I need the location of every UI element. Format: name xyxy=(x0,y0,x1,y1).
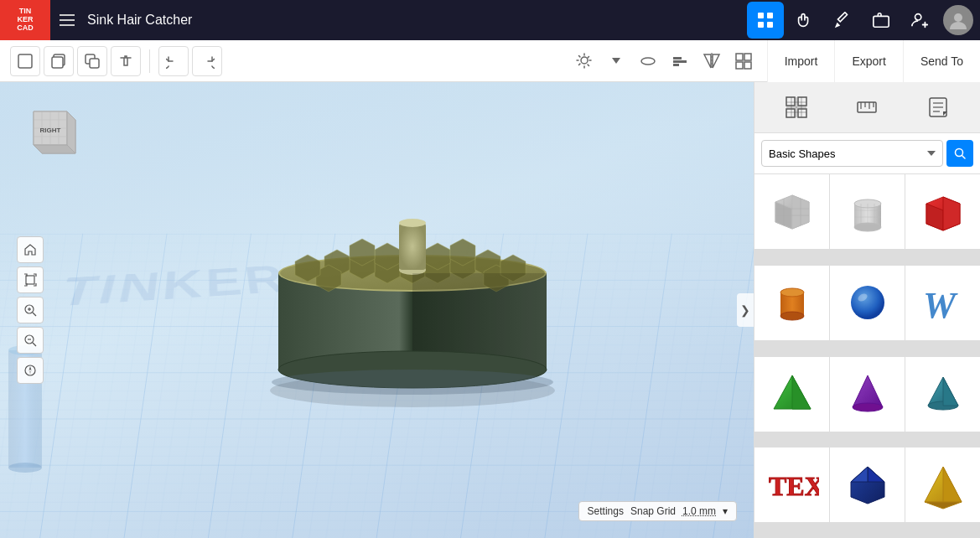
svg-rect-18 xyxy=(673,57,682,59)
svg-rect-1 xyxy=(60,19,75,21)
left-controls xyxy=(17,236,44,384)
shape-yellow-pyramid[interactable] xyxy=(905,447,980,522)
shape-red-box[interactable] xyxy=(905,174,980,249)
zoom-in-btn[interactable] xyxy=(17,297,44,323)
shape-outline-btn[interactable] xyxy=(635,48,661,75)
toolbar-divider-1 xyxy=(149,49,150,73)
hand-tool-btn[interactable] xyxy=(786,2,822,39)
svg-rect-19 xyxy=(673,60,687,63)
svg-rect-2 xyxy=(60,24,75,26)
undo-btn[interactable] xyxy=(158,46,189,76)
align-btn[interactable] xyxy=(666,48,693,75)
project-title: Sink Hair Catcher xyxy=(84,13,747,28)
add-user-btn[interactable] xyxy=(901,2,938,39)
svg-rect-4 xyxy=(767,13,773,18)
avatar[interactable] xyxy=(943,5,973,35)
svg-rect-83 xyxy=(786,97,795,106)
svg-text:W: W xyxy=(923,285,958,326)
svg-rect-24 xyxy=(736,54,743,60)
compass-btn[interactable] xyxy=(17,357,44,384)
search-btn[interactable] xyxy=(946,140,973,167)
toolbar2-right xyxy=(561,48,767,75)
topbar: TIN KER CAD Sink Hair Catcher xyxy=(0,0,980,40)
send-to-btn[interactable]: Send To xyxy=(903,40,980,82)
svg-rect-15 xyxy=(90,59,99,68)
svg-rect-72 xyxy=(26,276,34,284)
shape-purple-cone[interactable] xyxy=(830,357,905,432)
grid-panel-tab[interactable] xyxy=(778,89,815,126)
shape-blue-squiggle[interactable]: W xyxy=(905,266,980,340)
svg-marker-141 xyxy=(943,467,962,502)
topbar-right xyxy=(747,2,980,39)
export-btn[interactable]: Export xyxy=(834,40,902,82)
home-btn[interactable] xyxy=(17,236,44,263)
svg-rect-5 xyxy=(758,22,764,28)
grid-background xyxy=(0,82,754,538)
ruler-panel-tab[interactable] xyxy=(848,89,885,126)
settings-label[interactable]: Settings xyxy=(588,505,624,517)
mirror-btn[interactable] xyxy=(698,48,725,75)
shape-category-select[interactable]: Basic Shapes Text & Numbers Connectors F… xyxy=(761,140,943,167)
shape-green-pyramid[interactable] xyxy=(754,357,829,432)
svg-rect-86 xyxy=(798,109,806,117)
panel-toggle-btn[interactable]: ❯ xyxy=(737,293,754,327)
svg-marker-22 xyxy=(713,54,719,68)
svg-point-8 xyxy=(915,14,921,20)
viewport[interactable]: TINKERCAD xyxy=(0,82,754,538)
snap-value[interactable]: 1.0 mm xyxy=(682,505,716,517)
shape-text-3d[interactable]: TEXT xyxy=(754,447,829,522)
redo-btn[interactable] xyxy=(192,46,222,76)
shape-navy-gem[interactable] xyxy=(830,447,905,522)
svg-marker-138 xyxy=(868,467,884,482)
logo[interactable]: TIN KER CAD xyxy=(0,0,50,40)
panel-tabs xyxy=(754,82,980,133)
toolbar2-left xyxy=(0,46,561,76)
svg-point-17 xyxy=(641,58,655,65)
svg-rect-13 xyxy=(52,57,63,68)
delete-btn[interactable] xyxy=(111,46,141,76)
svg-rect-20 xyxy=(673,64,679,66)
build-btn[interactable] xyxy=(824,2,861,39)
svg-point-132 xyxy=(853,403,883,411)
fit-btn[interactable] xyxy=(17,266,44,293)
cube-nav[interactable]: RIGHT xyxy=(17,99,84,166)
svg-rect-11 xyxy=(18,54,32,68)
main: TINKERCAD xyxy=(0,82,980,538)
grid-view-btn[interactable] xyxy=(747,2,784,39)
light-dropdown-btn[interactable] xyxy=(603,48,630,75)
svg-marker-131 xyxy=(853,375,883,407)
shape-blue-sphere[interactable] xyxy=(830,266,905,340)
snap-dropdown-icon[interactable]: ▾ xyxy=(723,505,728,517)
svg-line-76 xyxy=(33,313,36,316)
shape-orange-cylinder[interactable] xyxy=(754,266,829,340)
import-btn[interactable]: Import xyxy=(767,40,835,82)
shape-checker-box[interactable] xyxy=(754,174,829,249)
duplicate-btn[interactable] xyxy=(77,46,107,76)
svg-rect-0 xyxy=(60,14,75,16)
svg-marker-82 xyxy=(29,370,32,375)
svg-point-126 xyxy=(851,286,884,319)
projects-btn[interactable] xyxy=(863,2,900,39)
light-btn[interactable] xyxy=(571,48,598,75)
shape-checker-cylinder[interactable] xyxy=(830,174,905,249)
svg-rect-25 xyxy=(744,54,751,60)
svg-marker-81 xyxy=(29,366,32,370)
toolbar-import-export: Import Export Send To xyxy=(767,40,980,82)
svg-point-16 xyxy=(581,57,588,64)
svg-marker-122 xyxy=(943,197,960,230)
right-panel: Basic Shapes Text & Numbers Connectors F… xyxy=(754,82,980,538)
group-btn[interactable] xyxy=(730,48,757,75)
notes-panel-tab[interactable] xyxy=(920,89,957,126)
depth-fade xyxy=(0,82,754,538)
svg-marker-130 xyxy=(792,375,811,409)
shape-teal-cone[interactable] xyxy=(905,357,980,432)
menu-icon[interactable] xyxy=(50,0,84,40)
svg-rect-3 xyxy=(758,13,764,18)
shapes-grid: W xyxy=(754,174,980,538)
panel-search-bar: Basic Shapes Text & Numbers Connectors F… xyxy=(754,133,980,174)
new-btn[interactable] xyxy=(10,46,40,76)
copy-group-btn[interactable] xyxy=(44,46,74,76)
svg-marker-142 xyxy=(925,502,962,509)
zoom-out-btn[interactable] xyxy=(17,327,44,354)
svg-point-124 xyxy=(780,288,804,297)
